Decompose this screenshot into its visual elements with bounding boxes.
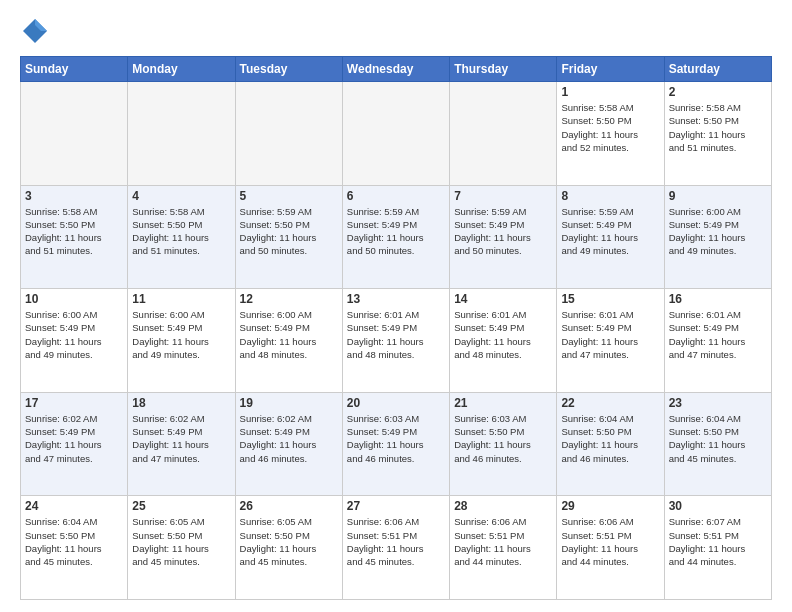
calendar-cell: 4Sunrise: 5:58 AM Sunset: 5:50 PM Daylig… — [128, 185, 235, 289]
calendar-cell: 7Sunrise: 5:59 AM Sunset: 5:49 PM Daylig… — [450, 185, 557, 289]
calendar-cell — [128, 82, 235, 186]
day-info: Sunrise: 5:59 AM Sunset: 5:49 PM Dayligh… — [454, 205, 552, 258]
weekday-header-monday: Monday — [128, 57, 235, 82]
header — [20, 16, 772, 46]
day-info: Sunrise: 5:58 AM Sunset: 5:50 PM Dayligh… — [132, 205, 230, 258]
calendar-week-row: 3Sunrise: 5:58 AM Sunset: 5:50 PM Daylig… — [21, 185, 772, 289]
logo — [20, 16, 54, 46]
day-info: Sunrise: 6:04 AM Sunset: 5:50 PM Dayligh… — [669, 412, 767, 465]
day-info: Sunrise: 6:02 AM Sunset: 5:49 PM Dayligh… — [240, 412, 338, 465]
calendar-cell: 8Sunrise: 5:59 AM Sunset: 5:49 PM Daylig… — [557, 185, 664, 289]
day-number: 27 — [347, 499, 445, 513]
calendar-cell: 27Sunrise: 6:06 AM Sunset: 5:51 PM Dayli… — [342, 496, 449, 600]
day-info: Sunrise: 6:01 AM Sunset: 5:49 PM Dayligh… — [454, 308, 552, 361]
calendar-cell: 16Sunrise: 6:01 AM Sunset: 5:49 PM Dayli… — [664, 289, 771, 393]
day-number: 18 — [132, 396, 230, 410]
calendar-cell: 20Sunrise: 6:03 AM Sunset: 5:49 PM Dayli… — [342, 392, 449, 496]
calendar-cell: 12Sunrise: 6:00 AM Sunset: 5:49 PM Dayli… — [235, 289, 342, 393]
calendar-cell: 22Sunrise: 6:04 AM Sunset: 5:50 PM Dayli… — [557, 392, 664, 496]
day-number: 25 — [132, 499, 230, 513]
day-number: 5 — [240, 189, 338, 203]
day-info: Sunrise: 6:04 AM Sunset: 5:50 PM Dayligh… — [561, 412, 659, 465]
day-number: 23 — [669, 396, 767, 410]
day-number: 1 — [561, 85, 659, 99]
calendar-cell: 21Sunrise: 6:03 AM Sunset: 5:50 PM Dayli… — [450, 392, 557, 496]
day-number: 26 — [240, 499, 338, 513]
calendar-week-row: 24Sunrise: 6:04 AM Sunset: 5:50 PM Dayli… — [21, 496, 772, 600]
day-number: 12 — [240, 292, 338, 306]
day-number: 10 — [25, 292, 123, 306]
calendar-cell: 14Sunrise: 6:01 AM Sunset: 5:49 PM Dayli… — [450, 289, 557, 393]
calendar-cell: 1Sunrise: 5:58 AM Sunset: 5:50 PM Daylig… — [557, 82, 664, 186]
day-number: 3 — [25, 189, 123, 203]
day-number: 28 — [454, 499, 552, 513]
day-info: Sunrise: 6:02 AM Sunset: 5:49 PM Dayligh… — [132, 412, 230, 465]
day-info: Sunrise: 6:05 AM Sunset: 5:50 PM Dayligh… — [132, 515, 230, 568]
calendar-cell — [235, 82, 342, 186]
day-number: 22 — [561, 396, 659, 410]
day-info: Sunrise: 5:59 AM Sunset: 5:49 PM Dayligh… — [347, 205, 445, 258]
weekday-header-thursday: Thursday — [450, 57, 557, 82]
day-number: 8 — [561, 189, 659, 203]
day-info: Sunrise: 5:58 AM Sunset: 5:50 PM Dayligh… — [25, 205, 123, 258]
day-info: Sunrise: 5:58 AM Sunset: 5:50 PM Dayligh… — [561, 101, 659, 154]
day-number: 29 — [561, 499, 659, 513]
calendar-cell: 19Sunrise: 6:02 AM Sunset: 5:49 PM Dayli… — [235, 392, 342, 496]
day-number: 7 — [454, 189, 552, 203]
day-number: 24 — [25, 499, 123, 513]
weekday-header-tuesday: Tuesday — [235, 57, 342, 82]
page: SundayMondayTuesdayWednesdayThursdayFrid… — [0, 0, 792, 612]
day-number: 2 — [669, 85, 767, 99]
day-number: 6 — [347, 189, 445, 203]
day-number: 19 — [240, 396, 338, 410]
calendar-cell: 3Sunrise: 5:58 AM Sunset: 5:50 PM Daylig… — [21, 185, 128, 289]
calendar-cell: 30Sunrise: 6:07 AM Sunset: 5:51 PM Dayli… — [664, 496, 771, 600]
day-info: Sunrise: 6:00 AM Sunset: 5:49 PM Dayligh… — [240, 308, 338, 361]
weekday-header-saturday: Saturday — [664, 57, 771, 82]
calendar-cell: 26Sunrise: 6:05 AM Sunset: 5:50 PM Dayli… — [235, 496, 342, 600]
calendar-week-row: 10Sunrise: 6:00 AM Sunset: 5:49 PM Dayli… — [21, 289, 772, 393]
day-number: 21 — [454, 396, 552, 410]
calendar-cell: 28Sunrise: 6:06 AM Sunset: 5:51 PM Dayli… — [450, 496, 557, 600]
calendar-cell: 2Sunrise: 5:58 AM Sunset: 5:50 PM Daylig… — [664, 82, 771, 186]
calendar-cell: 23Sunrise: 6:04 AM Sunset: 5:50 PM Dayli… — [664, 392, 771, 496]
weekday-header-sunday: Sunday — [21, 57, 128, 82]
calendar-week-row: 17Sunrise: 6:02 AM Sunset: 5:49 PM Dayli… — [21, 392, 772, 496]
calendar-cell: 29Sunrise: 6:06 AM Sunset: 5:51 PM Dayli… — [557, 496, 664, 600]
day-info: Sunrise: 6:00 AM Sunset: 5:49 PM Dayligh… — [25, 308, 123, 361]
day-info: Sunrise: 6:03 AM Sunset: 5:50 PM Dayligh… — [454, 412, 552, 465]
day-number: 16 — [669, 292, 767, 306]
day-info: Sunrise: 6:05 AM Sunset: 5:50 PM Dayligh… — [240, 515, 338, 568]
calendar-cell: 11Sunrise: 6:00 AM Sunset: 5:49 PM Dayli… — [128, 289, 235, 393]
calendar-cell: 17Sunrise: 6:02 AM Sunset: 5:49 PM Dayli… — [21, 392, 128, 496]
calendar-cell — [450, 82, 557, 186]
day-info: Sunrise: 6:06 AM Sunset: 5:51 PM Dayligh… — [561, 515, 659, 568]
calendar-cell: 6Sunrise: 5:59 AM Sunset: 5:49 PM Daylig… — [342, 185, 449, 289]
day-number: 30 — [669, 499, 767, 513]
weekday-header-wednesday: Wednesday — [342, 57, 449, 82]
calendar-cell: 15Sunrise: 6:01 AM Sunset: 5:49 PM Dayli… — [557, 289, 664, 393]
day-info: Sunrise: 6:01 AM Sunset: 5:49 PM Dayligh… — [347, 308, 445, 361]
day-info: Sunrise: 6:04 AM Sunset: 5:50 PM Dayligh… — [25, 515, 123, 568]
calendar-cell: 25Sunrise: 6:05 AM Sunset: 5:50 PM Dayli… — [128, 496, 235, 600]
day-info: Sunrise: 6:06 AM Sunset: 5:51 PM Dayligh… — [454, 515, 552, 568]
calendar-cell: 18Sunrise: 6:02 AM Sunset: 5:49 PM Dayli… — [128, 392, 235, 496]
day-number: 13 — [347, 292, 445, 306]
calendar-cell: 10Sunrise: 6:00 AM Sunset: 5:49 PM Dayli… — [21, 289, 128, 393]
day-number: 15 — [561, 292, 659, 306]
day-number: 17 — [25, 396, 123, 410]
day-info: Sunrise: 6:00 AM Sunset: 5:49 PM Dayligh… — [132, 308, 230, 361]
calendar-cell: 5Sunrise: 5:59 AM Sunset: 5:50 PM Daylig… — [235, 185, 342, 289]
day-info: Sunrise: 6:03 AM Sunset: 5:49 PM Dayligh… — [347, 412, 445, 465]
calendar-cell: 13Sunrise: 6:01 AM Sunset: 5:49 PM Dayli… — [342, 289, 449, 393]
calendar-cell — [342, 82, 449, 186]
weekday-header-row: SundayMondayTuesdayWednesdayThursdayFrid… — [21, 57, 772, 82]
day-info: Sunrise: 6:07 AM Sunset: 5:51 PM Dayligh… — [669, 515, 767, 568]
weekday-header-friday: Friday — [557, 57, 664, 82]
day-info: Sunrise: 6:01 AM Sunset: 5:49 PM Dayligh… — [561, 308, 659, 361]
day-info: Sunrise: 6:02 AM Sunset: 5:49 PM Dayligh… — [25, 412, 123, 465]
day-number: 14 — [454, 292, 552, 306]
calendar-cell: 24Sunrise: 6:04 AM Sunset: 5:50 PM Dayli… — [21, 496, 128, 600]
logo-icon — [20, 16, 50, 46]
day-info: Sunrise: 5:59 AM Sunset: 5:50 PM Dayligh… — [240, 205, 338, 258]
